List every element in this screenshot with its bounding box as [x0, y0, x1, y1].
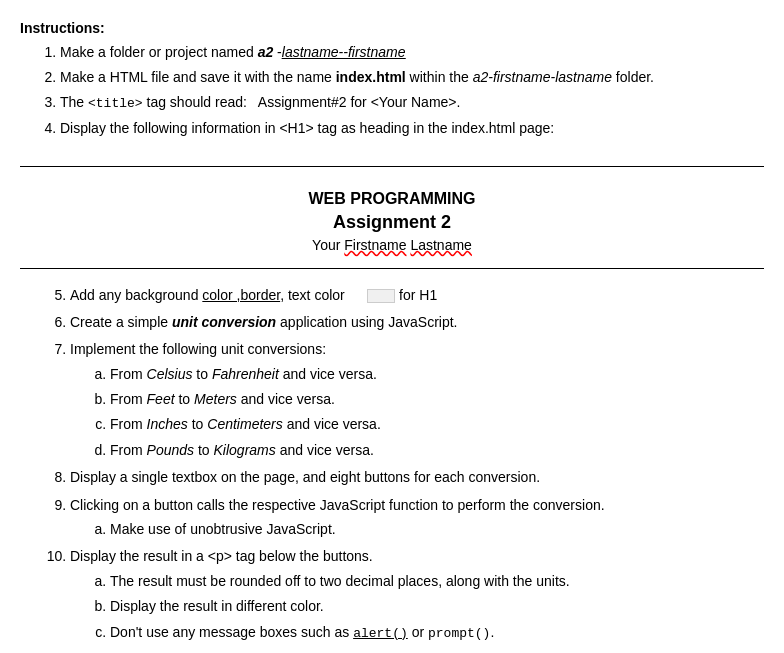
feet-text: Feet: [147, 391, 175, 407]
content-section: Add any background color ,border, text c…: [20, 269, 764, 654]
content-item-9: Clicking on a button calls the respectiv…: [70, 494, 754, 541]
assignment-title: Assignment 2: [20, 212, 764, 233]
color-border-text: color ,border: [202, 287, 280, 303]
unobtrusive-js-item: Make use of unobtrusive JavaScript.: [110, 518, 754, 540]
conversion-feet: From Feet to Meters and vice versa.: [110, 388, 754, 410]
divider-top: [20, 166, 764, 167]
folder-name-text: a2-firstname-lastname: [473, 69, 612, 85]
instruction-item-4: Display the following information in <H1…: [60, 118, 764, 139]
content-item-7: Implement the following unit conversions…: [70, 338, 754, 461]
a2-text: a2: [258, 44, 274, 60]
title-tag-text: <title>: [88, 96, 143, 111]
different-color-item: Display the result in different color.: [110, 595, 754, 617]
unit-conversion-text: unit conversion: [172, 314, 276, 330]
conversion-celsius: From Celsius to Fahrenheit and vice vers…: [110, 363, 754, 385]
centimeters-text: Centimeters: [207, 416, 282, 432]
content-item-5: Add any background color ,border, text c…: [70, 284, 754, 306]
lastname-firstname-text: lastname--firstname: [282, 44, 406, 60]
item10-sub-list: The result must be rounded off to two de…: [110, 570, 754, 645]
content-list: Add any background color ,border, text c…: [70, 284, 754, 654]
content-item-6: Create a simple unit conversion applicat…: [70, 311, 754, 333]
kilograms-text: Kilograms: [214, 442, 276, 458]
instructions-section: Instructions: Make a folder or project n…: [20, 10, 764, 158]
firstname-text: Firstname: [344, 237, 406, 253]
content-item-10: Display the result in a <p> tag below th…: [70, 545, 754, 644]
instructions-list: Make a folder or project named a2 -lastn…: [60, 42, 764, 139]
prompt-text: prompt(): [428, 626, 490, 641]
your-name-prefix: Your: [312, 237, 344, 253]
no-message-boxes-item: Don't use any message boxes such as aler…: [110, 621, 754, 645]
instruction-item-3: The <title> tag should read: Assignment#…: [60, 92, 764, 114]
your-name-line: Your Firstname Lastname: [20, 237, 764, 253]
conversion-inches: From Inches to Centimeters and vice vers…: [110, 413, 754, 435]
rounded-result-item: The result must be rounded off to two de…: [110, 570, 754, 592]
alert-text: alert(): [353, 626, 408, 641]
conversion-pounds: From Pounds to Kilograms and vice versa.: [110, 439, 754, 461]
web-programming-title: WEB PROGRAMMING: [20, 190, 764, 208]
instruction-item-2: Make a HTML file and save it with the na…: [60, 67, 764, 88]
fahrenheit-text: Fahrenheit: [212, 366, 279, 382]
lastname-text: Lastname: [410, 237, 471, 253]
index-html-text: index.html: [336, 69, 406, 85]
instruction-item-1: Make a folder or project named a2 -lastn…: [60, 42, 764, 63]
celsius-text: Celsius: [147, 366, 193, 382]
content-item-11: Add a button that clears the content of …: [70, 649, 754, 653]
pounds-text: Pounds: [147, 442, 194, 458]
color-swatch: [367, 289, 395, 303]
instructions-title: Instructions:: [20, 20, 764, 36]
content-item-8: Display a single textbox on the page, an…: [70, 466, 754, 488]
inches-text: Inches: [147, 416, 188, 432]
meters-text: Meters: [194, 391, 237, 407]
unit-conversions-list: From Celsius to Fahrenheit and vice vers…: [110, 363, 754, 462]
item9-sub-list: Make use of unobtrusive JavaScript.: [110, 518, 754, 540]
heading-section: WEB PROGRAMMING Assignment 2 Your Firstn…: [20, 175, 764, 269]
